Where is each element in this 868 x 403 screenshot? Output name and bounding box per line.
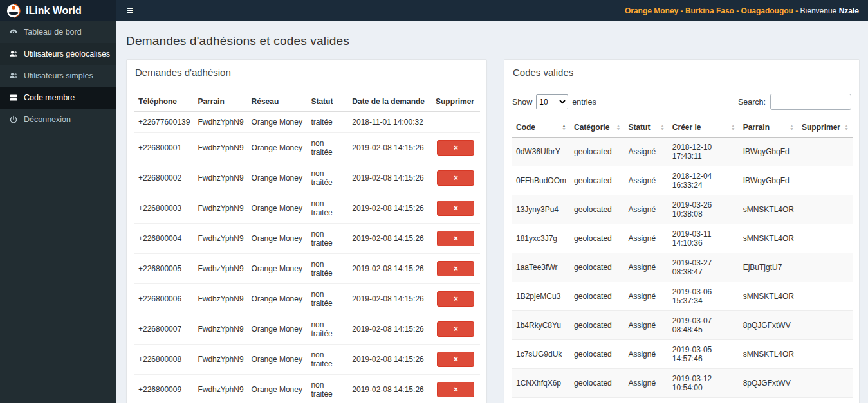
code-cell-status: Assigné: [624, 195, 668, 224]
sidebar-toggle-button[interactable]: ≡: [116, 0, 143, 21]
code-cell-code: 1B2pjeMCu3: [512, 282, 570, 311]
datatable-controls: Show 10 entries Search:: [504, 85, 859, 115]
sort-icon: ▲▼: [786, 124, 794, 130]
code-cell-created: 2019-03-06 15:37:34: [669, 282, 739, 311]
request-cell-network: Orange Money: [248, 314, 308, 345]
request-cell-parrain: FwdhzYphN9: [194, 284, 247, 314]
request-cell-phone: +226800005: [134, 254, 194, 284]
sort-desc-icon: ▼: [616, 127, 620, 130]
code-cell-delete: [798, 340, 853, 369]
sort-icon: ▲▼: [558, 124, 566, 130]
code-cell-status: Assigné: [624, 282, 668, 311]
sidebar-item-member-code[interactable]: Code membre: [0, 87, 116, 109]
codes-panel-title: Codes valides: [504, 60, 859, 85]
code-cell-category: geolocated: [570, 369, 624, 398]
request-cell-network: Orange Money: [248, 254, 308, 284]
code-cell-parrain: 8pQJGFxtWV: [739, 369, 798, 398]
code-cell-created: 2019-03-05 14:57:46: [669, 340, 739, 369]
search-input[interactable]: [770, 94, 851, 110]
request-cell-date: 2019-02-08 14:15:26: [348, 163, 432, 193]
codes-col-code[interactable]: Code▲▼: [512, 118, 570, 138]
request-cell-parrain: FwdhzYphN9: [194, 224, 247, 254]
code-cell-created: 2019-03-27 08:38:47: [669, 253, 739, 282]
request-row: +226800006FwdhzYphN9Orange Moneynon trai…: [134, 284, 480, 314]
codes-col-category[interactable]: Catégorie▲▼: [570, 118, 624, 138]
requests-header-row: Téléphone Parrain Réseau Statut Date de …: [134, 92, 480, 112]
delete-request-button[interactable]: ×: [437, 231, 474, 246]
code-cell-delete: [798, 311, 853, 340]
sidebar-item-dashboard[interactable]: Tableau de bord: [0, 21, 116, 43]
request-cell-network: Orange Money: [248, 112, 308, 133]
request-cell-delete: ×: [432, 224, 480, 254]
search-control: Search:: [738, 94, 851, 110]
request-cell-network: Orange Money: [248, 345, 308, 375]
requests-col-delete: Supprimer: [432, 92, 480, 112]
request-cell-phone: +226800001: [134, 133, 194, 163]
codes-col-delete[interactable]: Supprimer▲▼: [798, 118, 853, 138]
requests-panel: Demandes d'adhésion Téléphone Parrain Ré…: [126, 59, 487, 403]
sort-desc-icon: ▼: [731, 127, 735, 130]
topbar-welcome: Bienvenue: [798, 6, 838, 15]
delete-request-button[interactable]: ×: [437, 321, 474, 337]
column-label: Code: [516, 123, 535, 132]
requests-col-network: Réseau: [248, 92, 308, 112]
codes-col-status[interactable]: Statut▲▼: [624, 118, 668, 138]
code-cell-status: Assigné: [624, 369, 668, 398]
code-row: 13Jyny3Pu4geolocatedAssigné2019-03-26 10…: [512, 195, 853, 224]
request-cell-parrain: FwdhzYphN9: [194, 163, 247, 193]
request-cell-status: non traitée: [307, 224, 348, 254]
x-icon: ×: [454, 144, 458, 152]
topbar-user-info: Orange Money - Burkina Faso - Ouagadougo…: [625, 0, 868, 21]
x-icon: ×: [454, 204, 458, 212]
sidebar-item-simple-users[interactable]: Utilisateurs simples: [0, 65, 116, 87]
x-icon: ×: [454, 265, 458, 273]
code-cell-parrain: sMNSKTL4OR: [739, 282, 798, 311]
code-cell-category: geolocated: [570, 138, 624, 166]
code-row: 181yxc3J7ggeolocatedAssigné2019-03-11 14…: [512, 224, 853, 253]
request-row: +226800002FwdhzYphN9Orange Moneynon trai…: [134, 163, 480, 193]
x-icon: ×: [454, 295, 458, 303]
request-cell-phone: +226800009: [134, 375, 194, 403]
sidebar-item-logout[interactable]: Déconnexion: [0, 109, 116, 130]
code-row: 1aaTee3fWrgeolocatedAssigné2019-03-27 08…: [512, 253, 853, 282]
request-cell-date: 2019-02-08 14:15:26: [348, 224, 432, 254]
code-row: 1b4RkyC8YugeolocatedAssigné2019-03-07 08…: [512, 311, 853, 340]
request-cell-phone: +22677600139: [134, 112, 194, 133]
code-cell-parrain: sMNSKTL4OR: [739, 195, 798, 224]
code-row: 0FFhBudOOmgeolocatedAssigné2018-12-04 16…: [512, 166, 853, 195]
delete-request-button[interactable]: ×: [437, 382, 474, 397]
topbar-context: Orange Money - Burkina Faso - Ouagadougo…: [625, 6, 798, 15]
code-row: 0dW36UfbrYgeolocatedAssigné2018-12-10 17…: [512, 138, 853, 166]
column-label: Catégorie: [574, 123, 609, 132]
code-cell-delete: [798, 253, 853, 282]
code-cell-created: 2019-03-11 14:10:36: [669, 224, 739, 253]
delete-request-button[interactable]: ×: [437, 352, 474, 367]
gauge-icon: [8, 28, 18, 37]
codes-col-created[interactable]: Créer le▲▼: [669, 118, 739, 138]
page-size-select[interactable]: 10: [536, 94, 568, 109]
code-cell-status: Assigné: [624, 311, 668, 340]
request-cell-status: non traitée: [307, 254, 348, 284]
delete-request-button[interactable]: ×: [437, 140, 474, 156]
sort-desc-icon: ▼: [660, 127, 665, 130]
request-cell-network: Orange Money: [248, 284, 308, 314]
code-cell-parrain: EjBuTjgtU7: [739, 253, 798, 282]
request-cell-status: non traitée: [307, 284, 348, 314]
delete-request-button[interactable]: ×: [437, 170, 474, 186]
code-cell-category: geolocated: [570, 311, 624, 340]
sidebar-item-geolocated-users[interactable]: Utilisateurs géolocalisés: [0, 43, 116, 65]
sidebar-item-label: Code membre: [24, 93, 75, 102]
codes-col-parrain[interactable]: Parrain▲▼: [739, 118, 798, 138]
requests-table-body: +22677600139FwdhzYphN9Orange Moneytraité…: [134, 112, 480, 403]
power-icon: [8, 115, 18, 125]
delete-request-button[interactable]: ×: [437, 201, 474, 216]
delete-request-button[interactable]: ×: [437, 261, 474, 276]
code-cell-category: geolocated: [570, 195, 624, 224]
code-cell-created: 2018-12-04 16:33:24: [669, 166, 739, 195]
code-cell-code: 1b4RkyC8Yu: [512, 311, 570, 340]
request-cell-status: non traitée: [307, 314, 348, 345]
code-cell-code: 1aaTee3fWr: [512, 253, 570, 282]
app-logo-icon: [6, 4, 21, 18]
delete-request-button[interactable]: ×: [437, 291, 474, 307]
requests-col-parrain: Parrain: [194, 92, 247, 112]
